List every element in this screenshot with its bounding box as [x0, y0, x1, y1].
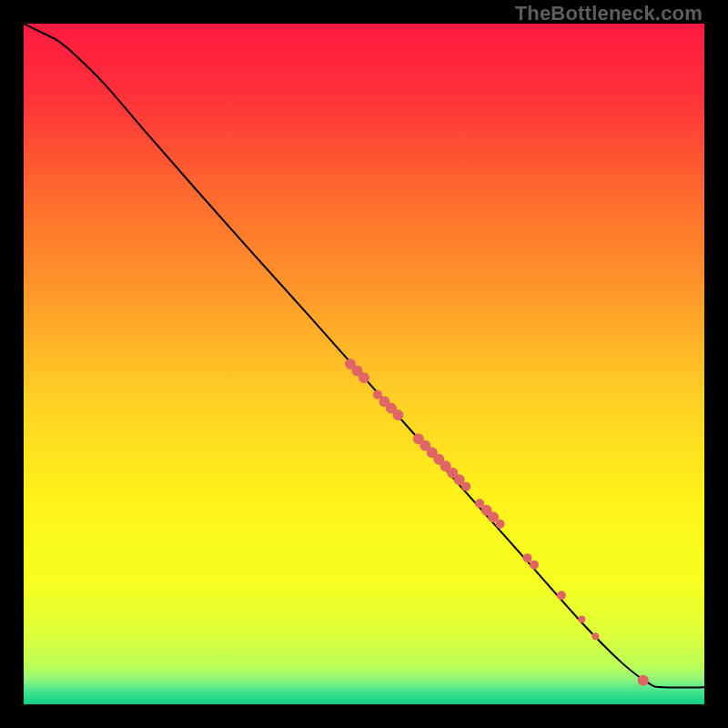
data-marker — [557, 591, 566, 600]
data-markers — [345, 359, 649, 686]
plot-area — [24, 24, 704, 704]
data-marker — [638, 675, 649, 686]
watermark-text: TheBottleneck.com — [515, 2, 703, 25]
curve-line — [24, 24, 704, 688]
data-marker — [530, 561, 539, 570]
data-marker — [461, 482, 470, 491]
data-marker — [392, 410, 403, 420]
data-marker — [578, 616, 585, 623]
data-marker — [359, 372, 369, 383]
chart-overlay — [24, 24, 704, 704]
data-marker — [496, 520, 505, 529]
data-marker — [523, 553, 532, 562]
data-marker — [592, 632, 599, 640]
chart-frame: TheBottleneck.com — [0, 0, 728, 728]
